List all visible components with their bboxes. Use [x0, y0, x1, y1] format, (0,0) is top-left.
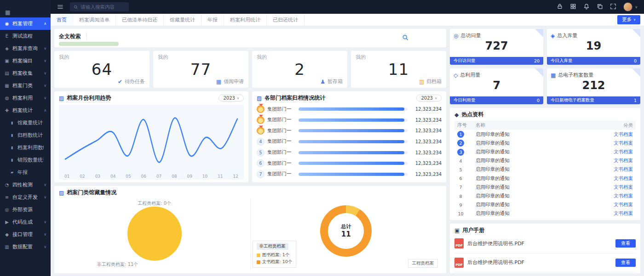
manual-file-name: 后台维护使用说明书.PDF: [467, 240, 524, 247]
category-link[interactable]: 文书档案: [603, 193, 636, 199]
summary-stat-header: ◈ 总入库量: [551, 32, 637, 39]
x-tick-label: 08: [172, 174, 177, 179]
tab[interactable]: 首页: [51, 14, 73, 26]
table-row[interactable]: 9 启用印章的通知 文书档案: [454, 201, 636, 209]
today-stat-bar: 今日利用量 0: [450, 96, 543, 104]
lock-icon[interactable]: [557, 3, 563, 11]
fullscreen-icon[interactable]: [610, 3, 616, 11]
tab[interactable]: 档案调阅清单: [73, 14, 116, 26]
stat-footer[interactable]: ▦ 借阅申请: [216, 78, 244, 85]
table-row[interactable]: 2 启用印章的通知 文书档案: [454, 139, 636, 147]
tab[interactable]: 档案利用统计: [224, 14, 267, 26]
document-name: 启用印章的通知: [476, 184, 603, 191]
table-row[interactable]: 1 启用印章的通知 文书档案: [454, 130, 636, 139]
sidebar-item[interactable]: ◈ 档案库查询 ∨: [0, 42, 51, 55]
sidebar-item[interactable]: ≡ 自定义开发 ∨: [0, 191, 51, 203]
year-select[interactable]: 2023 ∨: [416, 95, 442, 101]
sidebar-item[interactable]: ▤ 档案收集 ∨: [0, 67, 51, 79]
tab[interactable]: 已借清单待归还: [116, 14, 164, 26]
category-link[interactable]: 文书档案: [603, 166, 636, 173]
bell-icon[interactable]: [583, 3, 590, 11]
table-row[interactable]: 10 启用印章的通知 文书档案: [454, 209, 636, 218]
category-link[interactable]: 文书档案: [603, 184, 636, 191]
sidebar-item[interactable]: ◔ 四性检测 ∨: [0, 179, 51, 191]
hot-documents-table: 序号 名称 分类 1 启用印章的通知 文书档案 2 启用印章的通知: [454, 121, 636, 218]
year-select[interactable]: 2023 ∨: [218, 95, 244, 101]
sidebar-item[interactable]: ✚ 档案统计 ∧: [0, 104, 51, 117]
sidebar-item[interactable]: ▮ 销毁数量统计: [0, 154, 51, 166]
sidebar-item[interactable]: ▮ 归档数统计: [0, 129, 51, 141]
category-donut-half: 总计 11 非工程类档案 图书档案: 1个: [251, 198, 442, 270]
category-link[interactable]: 文书档案: [603, 140, 636, 146]
sidebar-item[interactable]: ▣ 档案编目 ∨: [0, 55, 51, 67]
hot-rows: 1 启用印章的通知 文书档案 2 启用印章的通知 文书档案 3 启用印章的通知 …: [454, 130, 636, 218]
sidebar-item[interactable]: ▮ 档案利用数统计: [0, 141, 51, 154]
x-tick-label: 11: [218, 174, 223, 179]
search-filter-chip[interactable]: [59, 42, 119, 46]
view-button[interactable]: 查看: [615, 239, 636, 248]
table-row[interactable]: 5 启用印章的通知 文书档案: [454, 165, 636, 174]
topbar-search-input[interactable]: [80, 4, 125, 10]
user-menu[interactable]: ∨: [623, 2, 638, 11]
table-row[interactable]: 4 启用印章的通知 文书档案: [454, 157, 636, 165]
table-row[interactable]: 7 启用印章的通知 文书档案: [454, 183, 636, 192]
stat-label: 归档箱: [426, 78, 442, 85]
sidebar-item-label: 档案门类: [12, 82, 33, 89]
stat-footer[interactable]: ♟ 暂存箱: [320, 78, 343, 85]
x-tick-label: 10: [202, 174, 207, 179]
category-link[interactable]: 文书档案: [603, 175, 636, 182]
sidebar-item[interactable]: ◉ 档案管理 ∧: [0, 17, 51, 30]
stat-footer[interactable]: ▥ 归档箱: [419, 78, 442, 85]
summary-stat-value: 727: [454, 39, 540, 52]
tab[interactable]: 年报: [201, 14, 224, 26]
rank-number: 6: [457, 175, 464, 182]
dept-bar-fill: [299, 140, 404, 143]
card-header: ▨ 档案门类馆藏量情况: [59, 189, 442, 197]
department-name: 集团部门一: [267, 171, 296, 177]
document-name: 启用印章的通知: [476, 166, 603, 173]
sidebar-item[interactable]: ▥ 数据配置 ∨: [0, 241, 51, 253]
sidebar-item[interactable]: ▶ 代码生成 ∨: [0, 216, 51, 228]
department-name: 集团部门一: [267, 106, 296, 113]
stat-card: 我的 64 ✔ 待办任务: [54, 51, 150, 88]
hamburger-menu-icon[interactable]: [57, 4, 63, 10]
archive-dashboard-app: ▦ ◉ 档案管理 ∧ E 测试流程 ◈ 档案库查询 ∨ ▣ 档案编目: [0, 0, 644, 276]
rank-number: 1: [457, 131, 464, 138]
search-submit-icon[interactable]: [402, 34, 408, 43]
view-button[interactable]: 查看: [615, 259, 636, 267]
sidebar-item[interactable]: ▮ 馆藏量统计: [0, 117, 51, 129]
charts-row: ▨ 档案月份利用趋势 2023 ∨ 0102030405060708091011…: [54, 91, 446, 182]
sidebar-item[interactable]: ◆ 接口管理 ∨: [0, 228, 51, 241]
stat-footer[interactable]: ✔ 待办任务: [118, 78, 145, 85]
table-row[interactable]: 8 启用印章的通知 文书档案: [454, 192, 636, 200]
category-link[interactable]: 文书档案: [603, 158, 636, 164]
sidebar-item[interactable]: ▰ 年报: [0, 166, 51, 179]
table-row[interactable]: 3 启用印章的通知 文书档案: [454, 147, 636, 156]
category-link[interactable]: 文书档案: [603, 131, 636, 138]
card-title: 各部门档案归档情况统计: [264, 94, 325, 102]
sidebar-item[interactable]: ▦ 档案门类 ∨: [0, 79, 51, 92]
bar-track: [299, 129, 408, 132]
category-link[interactable]: 文书档案: [603, 202, 636, 208]
table-header-row: 序号 名称 分类: [454, 121, 636, 130]
sidebar-item-icon: ▮: [9, 158, 15, 162]
sidebar-item[interactable]: E 测试流程: [0, 30, 51, 42]
table-row[interactable]: 6 启用印章的通知 文书档案: [454, 174, 636, 183]
sidebar-item[interactable]: ◍ 档案利用 ∨: [0, 92, 51, 104]
more-tabs-button[interactable]: 更多 ∨: [617, 15, 640, 24]
sidebar-item[interactable]: ◎ 外部资源: [0, 203, 51, 216]
category-link[interactable]: 文书档案: [603, 210, 636, 217]
summary-stat-header: ◇ 总利用量: [454, 72, 540, 79]
copy-tabs-icon[interactable]: [597, 3, 603, 11]
category-link[interactable]: 文书档案: [603, 149, 636, 155]
col-header-no: 序号: [454, 122, 476, 129]
brand: ▦: [0, 0, 51, 17]
layout-grid-icon[interactable]: [570, 3, 576, 11]
stat-value: 77: [153, 60, 248, 79]
dept-bar-fill: [299, 173, 404, 176]
tab[interactable]: 已归还统计: [267, 14, 305, 26]
stat-value: 64: [54, 60, 150, 79]
today-stat-label: 今日入库量: [551, 58, 573, 64]
sidebar-item-icon: ▦: [4, 83, 10, 88]
tab[interactable]: 馆藏量统计: [164, 14, 201, 26]
